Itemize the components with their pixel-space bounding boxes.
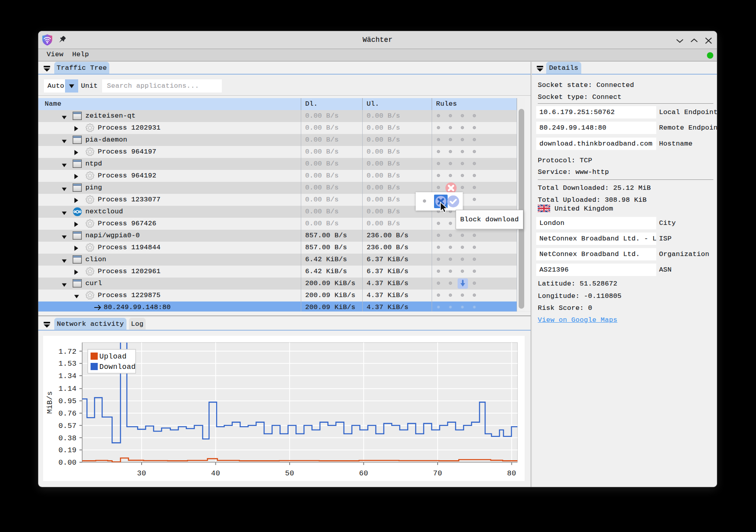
svg-text:1.72: 1.72 <box>58 348 77 356</box>
svg-text:30: 30 <box>137 469 146 478</box>
svg-text:0.57: 0.57 <box>58 422 77 430</box>
svg-text:50: 50 <box>285 469 294 478</box>
svg-text:0.38: 0.38 <box>58 434 77 443</box>
svg-text:MiB/s: MiB/s <box>46 391 54 414</box>
svg-text:40: 40 <box>211 469 220 478</box>
svg-text:1.14: 1.14 <box>58 385 77 393</box>
svg-text:1.34: 1.34 <box>58 372 77 380</box>
svg-text:70: 70 <box>433 469 442 478</box>
svg-text:Download: Download <box>99 363 136 371</box>
svg-text:0.00: 0.00 <box>58 459 77 467</box>
svg-text:Upload: Upload <box>99 353 126 361</box>
svg-text:0.76: 0.76 <box>58 410 77 418</box>
svg-text:1.53: 1.53 <box>58 360 77 368</box>
svg-text:0.95: 0.95 <box>58 397 77 406</box>
svg-text:60: 60 <box>359 469 368 478</box>
svg-text:0.19: 0.19 <box>58 446 77 455</box>
svg-text:80: 80 <box>507 469 516 478</box>
